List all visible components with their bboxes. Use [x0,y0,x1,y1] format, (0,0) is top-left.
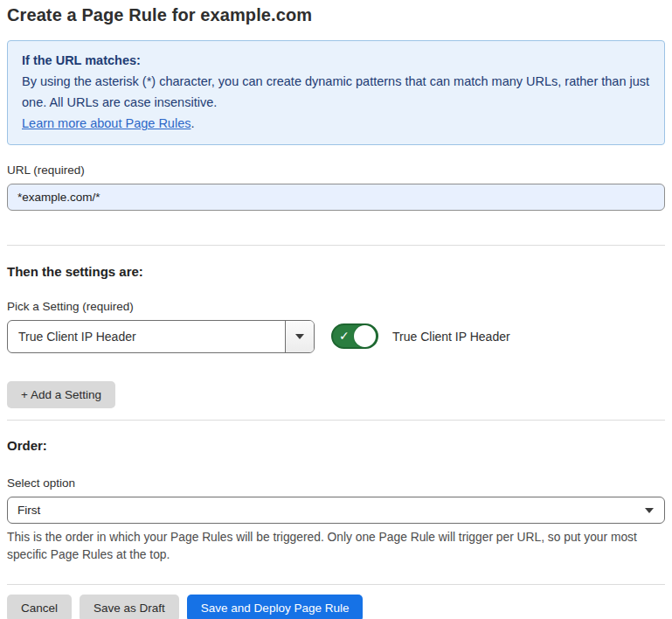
order-select-label: Select option [7,476,665,490]
add-setting-button[interactable]: + Add a Setting [7,381,115,408]
true-client-ip-toggle[interactable]: ✓ [331,323,378,349]
save-as-draft-button[interactable]: Save as Draft [80,595,179,619]
cancel-button[interactable]: Cancel [7,595,72,619]
settings-section-heading: Then the settings are: [7,264,665,279]
order-section-heading: Order: [7,438,665,453]
footer-buttons: Cancel Save as Draft Save and Deploy Pag… [7,595,665,619]
toggle-knob [354,325,376,347]
divider [7,245,665,246]
chevron-down-icon [645,508,654,513]
create-page-rule-form: Create a Page Rule for example.com If th… [0,0,672,619]
url-field-label: URL (required) [7,163,665,177]
setting-select-arrow-button[interactable] [285,321,314,352]
setting-select[interactable]: True Client IP Header [7,320,315,353]
order-select-value: First [17,504,40,517]
order-select[interactable]: First [7,497,665,524]
divider [7,584,665,585]
toggle-row: ✓ True Client IP Header [331,323,510,349]
info-box-link-line: Learn more about Page Rules. [22,113,650,134]
order-help-text: This is the order in which your Page Rul… [7,529,658,564]
chevron-down-icon [295,334,304,339]
learn-more-link[interactable]: Learn more about Page Rules [22,116,191,130]
link-suffix: . [191,116,194,130]
url-input[interactable] [7,184,665,211]
divider [7,420,665,421]
save-and-deploy-button[interactable]: Save and Deploy Page Rule [187,595,364,619]
check-icon: ✓ [339,329,350,344]
info-box-body: By using the asterisk (*) character, you… [22,71,650,113]
pick-setting-label: Pick a Setting (required) [7,300,665,313]
setting-select-value: True Client IP Header [8,321,285,352]
url-match-info-box: If the URL matches: By using the asteris… [7,40,665,145]
info-box-heading: If the URL matches: [22,50,650,71]
page-title: Create a Page Rule for example.com [7,5,665,25]
setting-row: True Client IP Header ✓ True Client IP H… [7,320,665,353]
toggle-label: True Client IP Header [392,330,510,344]
